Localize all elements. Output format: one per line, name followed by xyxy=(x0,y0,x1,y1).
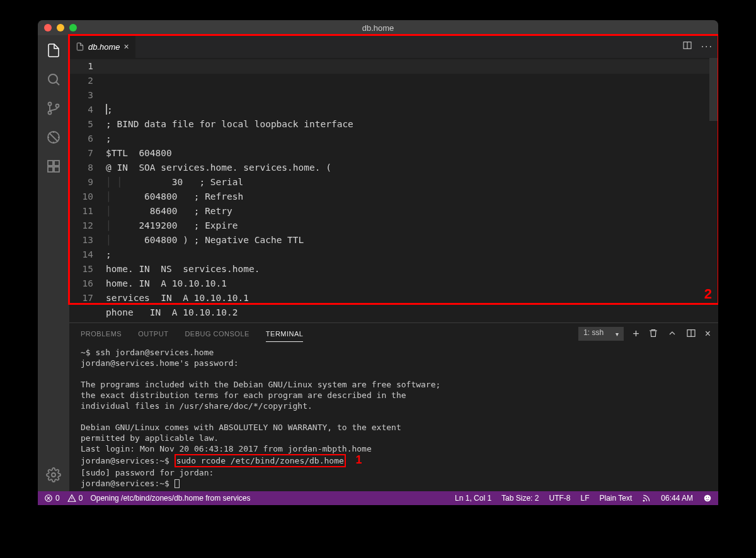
editor-content[interactable]: 1234567891011121314151617 ;; BIND data f… xyxy=(69,58,718,322)
terminal-content[interactable]: ~$ ssh jordan@services.home jordan@servi… xyxy=(69,344,718,491)
status-errors[interactable]: 0 xyxy=(44,494,60,503)
new-terminal-icon[interactable]: + xyxy=(633,328,639,339)
status-warnings[interactable]: 0 xyxy=(67,494,83,503)
tab-debug-console[interactable]: DEBUG CONSOLE xyxy=(185,330,249,338)
svg-point-13 xyxy=(643,500,644,501)
extensions-icon[interactable] xyxy=(45,157,62,175)
maximize-panel-icon[interactable] xyxy=(667,328,677,340)
status-bar: 0 0 Opening /etc/bind/zones/db.home from… xyxy=(38,491,718,505)
annotation-two: 2 xyxy=(704,286,712,302)
svg-point-9 xyxy=(52,473,55,477)
title-bar: db.home xyxy=(38,20,718,35)
status-tab-size[interactable]: Tab Size: 2 xyxy=(501,494,539,503)
window-controls xyxy=(44,24,77,31)
annotation-one: 1 xyxy=(355,453,362,466)
status-encoding[interactable]: UTF-8 xyxy=(549,494,570,503)
editor-actions: ··· xyxy=(682,35,713,58)
scrollbar-thumb[interactable] xyxy=(709,58,718,121)
svg-point-1 xyxy=(49,103,52,106)
svg-rect-5 xyxy=(48,161,53,166)
tab-db-home[interactable]: db.home × xyxy=(69,35,136,58)
close-panel-icon[interactable]: × xyxy=(705,328,711,339)
status-feedback-icon[interactable] xyxy=(703,494,712,503)
terminal-select[interactable]: 1: ssh xyxy=(578,327,624,341)
svg-point-0 xyxy=(49,74,57,83)
panel: PROBLEMS OUTPUT DEBUG CONSOLE TERMINAL 1… xyxy=(69,322,718,491)
svg-point-14 xyxy=(704,495,711,502)
tab-label: db.home xyxy=(88,42,120,52)
main-area: db.home × ··· 1234567891011121314151617 … xyxy=(38,35,718,491)
status-ln-col[interactable]: Ln 1, Col 1 xyxy=(455,494,491,503)
svg-rect-8 xyxy=(54,161,59,166)
kill-terminal-icon[interactable] xyxy=(648,328,658,340)
current-line-highlight xyxy=(69,59,718,74)
more-actions-icon[interactable]: ··· xyxy=(701,41,713,52)
source-control-icon[interactable] xyxy=(45,100,62,117)
svg-point-15 xyxy=(706,497,707,498)
close-tab-icon[interactable]: × xyxy=(124,42,129,52)
tab-output[interactable]: OUTPUT xyxy=(138,330,168,338)
file-icon xyxy=(76,42,84,51)
editor-scrollbar[interactable] xyxy=(709,58,718,322)
status-eol[interactable]: LF xyxy=(580,494,589,503)
settings-gear-icon[interactable] xyxy=(45,466,62,484)
explorer-icon[interactable] xyxy=(45,42,62,59)
svg-rect-7 xyxy=(54,167,59,172)
split-editor-icon[interactable] xyxy=(682,40,692,53)
svg-point-3 xyxy=(56,105,59,108)
tab-row: db.home × ··· xyxy=(69,35,718,58)
svg-rect-6 xyxy=(48,167,53,172)
status-opening[interactable]: Opening /etc/bind/zones/db.home from ser… xyxy=(90,494,250,503)
tab-terminal[interactable]: TERMINAL xyxy=(266,330,304,342)
svg-point-2 xyxy=(49,111,52,115)
activity-bar xyxy=(38,35,69,491)
code-region[interactable]: ;; BIND data file for local loopback int… xyxy=(106,58,718,322)
status-time: 06:44 AM xyxy=(661,494,693,503)
vscode-window: db.home xyxy=(38,20,718,505)
toggle-panel-icon[interactable] xyxy=(686,328,696,340)
maximize-window-button[interactable] xyxy=(69,24,77,31)
status-language[interactable]: Plain Text xyxy=(599,494,632,503)
panel-tabs: PROBLEMS OUTPUT DEBUG CONSOLE TERMINAL 1… xyxy=(69,323,718,344)
minimize-window-button[interactable] xyxy=(57,24,64,31)
panel-actions: 1: ssh ▾ + × xyxy=(578,323,711,344)
tab-problems[interactable]: PROBLEMS xyxy=(81,330,122,338)
svg-point-16 xyxy=(708,497,709,498)
window-title: db.home xyxy=(362,23,394,33)
search-icon[interactable] xyxy=(45,71,62,88)
close-window-button[interactable] xyxy=(44,24,52,31)
status-rss-icon[interactable] xyxy=(642,494,651,503)
editor-area: db.home × ··· 1234567891011121314151617 … xyxy=(69,35,718,491)
debug-icon[interactable] xyxy=(45,128,62,146)
line-number-gutter: 1234567891011121314151617 xyxy=(69,58,106,322)
